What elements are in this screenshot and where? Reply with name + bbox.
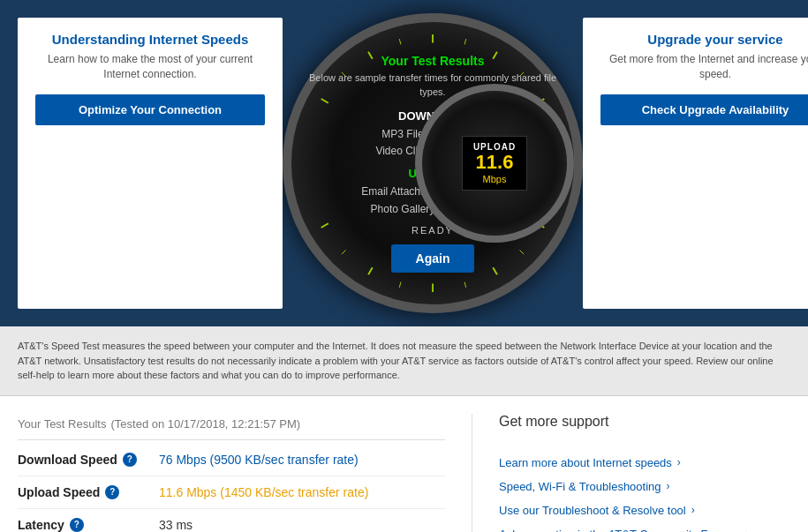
right-info-card: Upgrade your service Get more from the I…	[583, 18, 808, 309]
support-link-2[interactable]: Use our Troubleshoot & Resolve tool ›	[499, 498, 790, 522]
latency-value: 33 ms	[159, 518, 193, 532]
support-title: Get more support	[499, 414, 790, 437]
chevron-icon-2: ›	[691, 504, 695, 516]
upgrade-button[interactable]: Check Upgrade Availability	[600, 94, 808, 125]
left-card-title: Understanding Internet Speeds	[52, 32, 249, 47]
download-speed-value: 76 Mbps (9500 KB/sec transfer rate)	[159, 453, 359, 467]
svg-line-13	[464, 39, 466, 44]
right-card-title: Upgrade your service	[647, 32, 782, 47]
upload-speed-value: 11.6 Mbps (1450 KB/sec transfer rate)	[159, 485, 368, 499]
disclaimer: AT&T's Speed Test measures the speed bet…	[0, 326, 808, 396]
svg-line-3	[493, 52, 497, 59]
chevron-icon-1: ›	[667, 480, 670, 492]
latency-help-icon[interactable]: ?	[70, 518, 84, 532]
svg-line-9	[368, 267, 373, 274]
upload-speed-row: Upload Speed ? 11.6 Mbps (1450 KB/sec tr…	[18, 476, 445, 509]
upload-help-icon[interactable]: ?	[105, 485, 119, 499]
upload-display: UPLOAD 11.6 Mbps	[462, 136, 527, 190]
gauge-center: DOWNLOAD 76 Mbps	[283, 0, 583, 326]
svg-line-1	[368, 52, 373, 59]
results-right: Get more support Learn more about Intern…	[490, 414, 790, 533]
latency-label: Latency	[18, 518, 64, 532]
support-link-0[interactable]: Learn more about Internet speeds ›	[499, 451, 790, 475]
chevron-icon-3: ›	[745, 528, 749, 532]
svg-line-10	[321, 223, 328, 228]
right-card-description: Get more from the Internet and increase …	[600, 52, 808, 82]
download-help-icon[interactable]: ?	[123, 453, 137, 467]
results-title: Your Test Results (Tested on 10/17/2018,…	[18, 414, 445, 440]
upload-speed-label: Upload Speed	[18, 485, 100, 499]
svg-line-11	[342, 72, 346, 77]
upload-value: 11.6	[473, 152, 516, 173]
upload-unit: Mbps	[473, 174, 516, 184]
svg-line-20	[342, 250, 346, 254]
results-section: Your Test Results (Tested on 10/17/2018,…	[0, 396, 808, 533]
download-speed-row: Download Speed ? 76 Mbps (9500 KB/sec tr…	[18, 444, 445, 476]
svg-line-12	[399, 39, 401, 44]
support-link-1[interactable]: Speed, Wi-Fi & Troubleshooting ›	[499, 475, 790, 498]
left-info-card: Understanding Internet Speeds Learn how …	[18, 18, 283, 309]
upload-gauge: UPLOAD 11.6 Mbps	[415, 84, 574, 243]
svg-line-14	[519, 72, 524, 77]
support-link-3[interactable]: Ask a question in the AT&T Community For…	[499, 522, 790, 533]
latency-row: Latency ? 33 ms	[18, 509, 445, 533]
svg-line-18	[464, 282, 466, 288]
results-left: Your Test Results (Tested on 10/17/2018,…	[18, 414, 472, 533]
optimize-button[interactable]: Optimize Your Connection	[35, 94, 265, 125]
svg-line-17	[519, 250, 524, 254]
left-card-description: Learn how to make the most of your curre…	[35, 52, 265, 82]
svg-line-19	[399, 282, 401, 288]
svg-line-7	[493, 267, 497, 274]
top-section: Understanding Internet Speeds Learn how …	[0, 0, 808, 326]
chevron-icon-0: ›	[677, 456, 681, 468]
svg-line-0	[321, 99, 328, 103]
download-speed-label: Download Speed	[18, 453, 117, 467]
